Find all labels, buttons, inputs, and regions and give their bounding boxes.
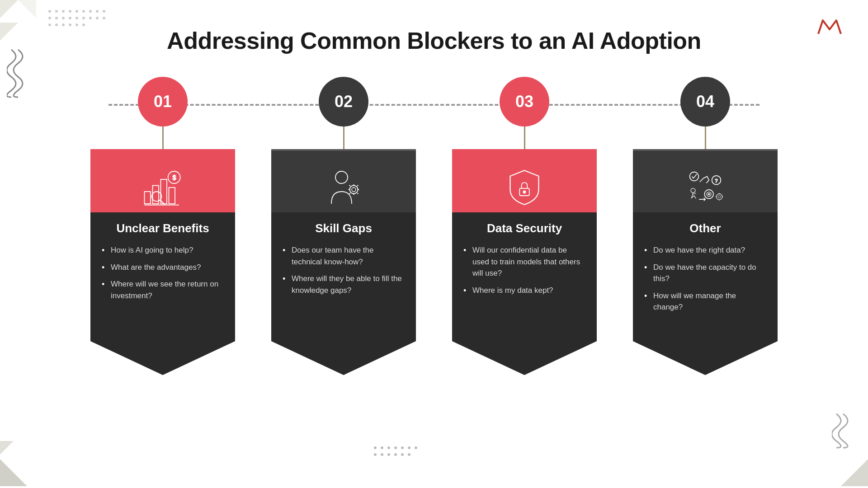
svg-point-52 [335, 171, 348, 183]
list-item: Does our team have the technical know-ho… [283, 244, 405, 267]
svg-line-60 [357, 193, 358, 194]
svg-marker-27 [0, 459, 27, 486]
svg-point-8 [82, 10, 85, 13]
step-stem-01 [162, 127, 164, 149]
step-circle-03: 03 [500, 77, 549, 127]
svg-point-3 [48, 10, 51, 13]
svg-point-18 [89, 17, 92, 19]
step-column-01: 01 $ [86, 77, 240, 375]
card-icon-02 [283, 158, 405, 217]
svg-point-10 [96, 10, 99, 13]
svg-point-53 [350, 186, 358, 194]
svg-point-31 [381, 446, 383, 449]
card-list-04: Do we have the right data? Do we have th… [644, 244, 766, 313]
list-item: Will our confidential data be used to tr… [463, 244, 585, 279]
card-title-03: Data Security [463, 221, 585, 235]
svg-point-36 [415, 446, 417, 449]
card-04: ? [633, 149, 778, 375]
list-item: How will we manage the change? [644, 290, 766, 313]
svg-point-34 [401, 446, 404, 449]
svg-point-26 [82, 23, 85, 26]
svg-line-61 [357, 185, 358, 186]
card-title-01: Unclear Benefits [102, 221, 224, 235]
card-02: Skill Gaps Does our team have the techni… [271, 149, 416, 375]
svg-marker-0 [0, 0, 18, 18]
svg-point-40 [394, 453, 397, 456]
svg-point-17 [82, 17, 85, 19]
card-icon-01: $ [102, 158, 224, 217]
step-circle-04: 04 [680, 77, 730, 127]
card-title-04: Other [644, 221, 766, 235]
svg-point-71 [708, 193, 710, 195]
list-item: Where is my data kept? [463, 285, 585, 296]
svg-point-13 [55, 17, 58, 19]
svg-point-74 [718, 196, 721, 198]
svg-marker-2 [18, 0, 36, 18]
card-icon-03 [463, 158, 585, 217]
list-item: How is AI going to help? [102, 244, 224, 256]
deco-top-dots [45, 7, 145, 31]
svg-point-54 [352, 188, 356, 192]
deco-wavy-left [7, 45, 32, 101]
svg-point-39 [387, 453, 390, 456]
svg-point-11 [103, 10, 105, 13]
svg-point-16 [75, 17, 78, 19]
deco-bottom-center-dots [371, 443, 425, 463]
step-column-02: 02 [267, 77, 420, 375]
list-item: Do we have the capacity to do this? [644, 262, 766, 285]
svg-point-14 [62, 17, 65, 19]
svg-point-35 [408, 446, 410, 449]
card-list-01: How is AI going to help? What are the ad… [102, 244, 224, 301]
svg-point-65 [690, 172, 699, 181]
svg-point-33 [394, 446, 397, 449]
step-stem-03 [524, 127, 525, 149]
brand-logo [816, 16, 843, 40]
card-03: Data Security Will our confidential data… [452, 149, 597, 375]
svg-text:$: $ [173, 174, 176, 181]
svg-point-38 [381, 453, 383, 456]
svg-point-20 [103, 17, 105, 19]
step-stem-04 [705, 127, 706, 149]
timeline-container: 01 $ [72, 77, 796, 375]
card-list-02: Does our team have the technical know-ho… [283, 244, 405, 296]
svg-point-21 [48, 23, 51, 26]
svg-point-24 [69, 23, 71, 26]
svg-text:?: ? [715, 178, 717, 183]
svg-point-68 [691, 188, 695, 193]
svg-rect-45 [161, 179, 167, 204]
svg-point-73 [717, 194, 722, 200]
svg-point-15 [69, 17, 71, 19]
svg-point-19 [96, 17, 99, 19]
card-icon-04: ? [644, 158, 766, 217]
svg-rect-46 [169, 188, 175, 204]
step-stem-02 [343, 127, 344, 149]
step-circle-01: 01 [138, 77, 188, 127]
svg-point-4 [55, 10, 58, 13]
steps-row: 01 $ [72, 77, 796, 375]
svg-point-42 [408, 453, 410, 456]
svg-point-12 [48, 17, 51, 19]
card-list-03: Will our confidential data be used to tr… [463, 244, 585, 296]
deco-bottom-left [0, 441, 45, 488]
svg-marker-28 [0, 441, 14, 455]
svg-point-23 [62, 23, 65, 26]
svg-point-6 [69, 10, 71, 13]
step-column-03: 03 Data Security [448, 77, 601, 375]
svg-point-32 [387, 446, 390, 449]
svg-line-59 [349, 185, 350, 186]
svg-line-62 [349, 193, 350, 194]
svg-rect-43 [145, 192, 151, 204]
card-title-02: Skill Gaps [283, 221, 405, 235]
svg-point-41 [401, 453, 404, 456]
list-item: What are the advantages? [102, 262, 224, 273]
list-item: Where will they be able to fill the know… [283, 273, 405, 296]
svg-point-5 [62, 10, 65, 13]
svg-point-9 [89, 10, 92, 13]
list-item: Do we have the right data? [644, 244, 766, 256]
svg-marker-1 [0, 23, 18, 41]
step-circle-02: 02 [319, 77, 368, 127]
svg-point-25 [75, 23, 78, 26]
svg-point-64 [523, 191, 525, 193]
deco-bottom-right-tri [827, 446, 868, 488]
card-01: $ Unclear Benefits How is AI going to he… [90, 149, 235, 375]
